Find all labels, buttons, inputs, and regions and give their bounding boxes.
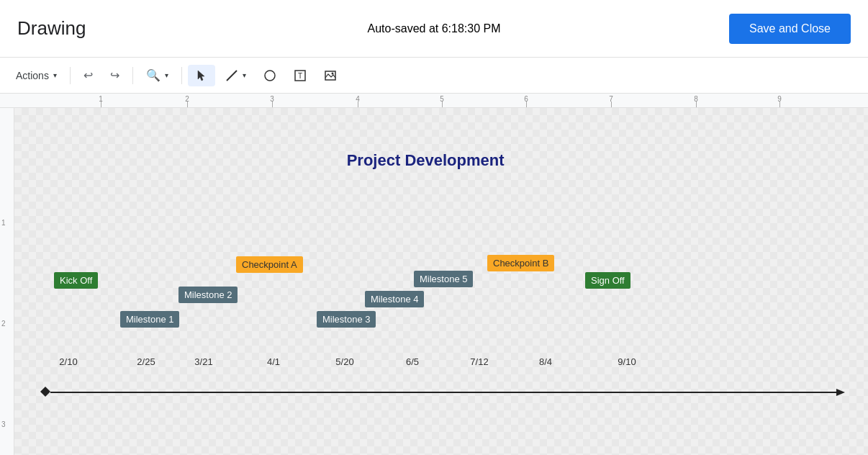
zoom-icon: 🔍	[146, 68, 161, 82]
svg-marker-6	[40, 387, 50, 397]
chart-title: Project Development	[347, 151, 505, 170]
actions-chevron-icon: ▾	[53, 71, 57, 79]
svg-point-1	[265, 71, 275, 81]
timeline-line	[50, 392, 836, 393]
image-tool-button[interactable]	[317, 65, 344, 86]
svg-point-5	[331, 72, 333, 74]
redo-icon: ↪	[110, 68, 119, 82]
text-tool-button[interactable]: T	[286, 65, 314, 86]
ruler-label-9: 9	[777, 95, 782, 103]
ruler-label-7: 7	[609, 95, 613, 103]
toolbar-separator-2	[132, 67, 133, 84]
save-close-button[interactable]: Save and Close	[729, 14, 851, 44]
date-label-1: 2/25	[137, 356, 155, 367]
undo-icon: ↩	[83, 68, 93, 82]
autosave-status: Auto-saved at 6:18:30 PM	[368, 22, 501, 35]
line-chevron-icon: ▾	[243, 71, 246, 79]
svg-marker-7	[836, 389, 845, 396]
milestone-checkpoint-a[interactable]: Checkpoint A	[236, 256, 303, 273]
actions-label: Actions	[16, 70, 49, 81]
svg-text:T: T	[298, 72, 302, 80]
select-button[interactable]	[188, 65, 215, 86]
image-tool-icon	[324, 69, 337, 82]
ruler-label-5: 5	[440, 95, 444, 103]
milestone-4[interactable]: Milestone 4	[365, 291, 424, 307]
horizontal-ruler: 1 2 3 4 5 6 7 8 9	[0, 94, 868, 108]
date-label-0: 2/10	[59, 356, 77, 367]
toolbar-separator-1	[70, 67, 71, 84]
milestone-signoff[interactable]: Sign Off	[585, 272, 630, 289]
select-cursor-icon	[195, 69, 208, 82]
line-tool-button[interactable]: ▾	[218, 65, 253, 86]
date-label-7: 8/4	[539, 356, 552, 367]
v-ruler-label-1: 1	[1, 219, 6, 227]
ruler-label-8: 8	[694, 95, 698, 103]
shape-tool-button[interactable]	[256, 65, 284, 86]
shape-tool-icon	[263, 69, 276, 82]
ruler-label-6: 6	[524, 95, 528, 103]
redo-button[interactable]: ↪	[103, 64, 127, 86]
v-ruler-label-3: 3	[1, 420, 6, 428]
ruler-label-4: 4	[356, 95, 360, 103]
svg-line-0	[227, 71, 237, 81]
timeline-right-arrow	[835, 387, 846, 398]
zoom-button[interactable]: 🔍 ▾	[139, 64, 176, 86]
vertical-ruler: 1 2 3	[0, 108, 14, 455]
toolbar-separator-3	[181, 67, 182, 84]
autosave-text: Auto-saved at 6:18:30 PM	[368, 22, 501, 35]
v-ruler-label-2: 2	[1, 319, 6, 327]
date-label-8: 9/10	[618, 356, 636, 367]
milestone-5[interactable]: Milestone 5	[414, 271, 473, 287]
drawing-toolbar: Actions ▾ ↩ ↪ 🔍 ▾ ▾ T	[0, 58, 868, 94]
date-label-3: 4/1	[267, 356, 280, 367]
date-label-4: 5/20	[335, 356, 353, 367]
undo-button[interactable]: ↩	[76, 64, 100, 86]
milestone-checkpoint-b[interactable]: Checkpoint B	[487, 255, 554, 271]
date-label-6: 7/12	[470, 356, 488, 367]
ruler-marks-container: 1 2 3 4 5 6 7 8 9	[0, 94, 868, 107]
timeline-left-diamond	[40, 386, 51, 397]
canvas-area: 1 2 3 Project Development Kick Off Miles…	[0, 108, 868, 455]
milestone-3[interactable]: Milestone 3	[317, 311, 376, 328]
ruler-label-1: 1	[99, 95, 103, 103]
ruler-label-2: 2	[185, 95, 189, 103]
milestone-kickoff[interactable]: Kick Off	[54, 272, 98, 289]
text-box-icon: T	[294, 69, 307, 82]
ruler-label-3: 3	[270, 95, 274, 103]
actions-menu-button[interactable]: Actions ▾	[9, 66, 64, 86]
date-label-5: 6/5	[406, 356, 419, 367]
zoom-chevron-icon: ▾	[165, 71, 168, 79]
milestone-2[interactable]: Milestone 2	[178, 287, 238, 303]
app-header: Drawing Auto-saved at 6:18:30 PM Save an…	[0, 0, 868, 58]
milestone-1[interactable]: Milestone 1	[120, 311, 179, 328]
drawing-canvas[interactable]: Project Development Kick Off Milestone 1…	[14, 108, 868, 455]
line-tool-icon	[225, 69, 238, 82]
date-label-2: 3/21	[194, 356, 212, 367]
app-title: Drawing	[17, 17, 86, 40]
